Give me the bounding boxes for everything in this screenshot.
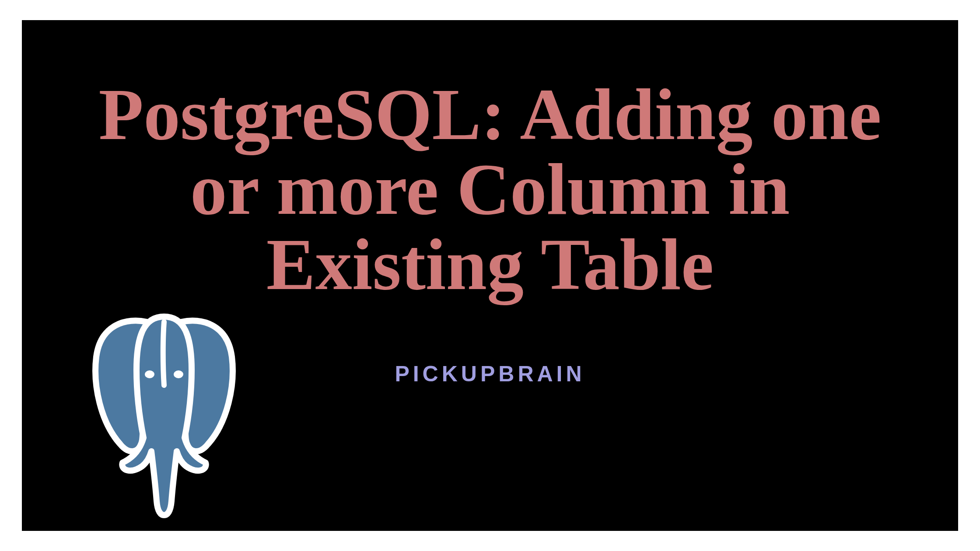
slide-title: PostgreSQL: Adding one or more Column in… (22, 77, 958, 302)
elephant-icon (88, 309, 241, 519)
svg-point-0 (145, 370, 154, 378)
svg-point-1 (174, 370, 183, 378)
postgresql-logo-icon (88, 309, 241, 519)
page-container: PostgreSQL: Adding one or more Column in… (0, 0, 980, 551)
slide: PostgreSQL: Adding one or more Column in… (22, 20, 958, 531)
